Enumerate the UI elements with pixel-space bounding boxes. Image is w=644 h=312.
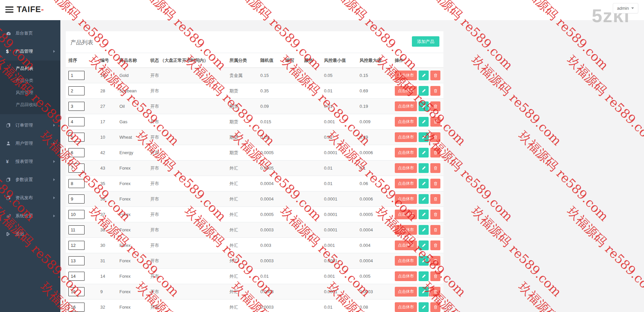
delete-button[interactable] [430, 86, 440, 96]
sidebar-item-orders[interactable]: 订单管理 [0, 116, 60, 134]
sidebar-item-parameters[interactable]: 参数设置 [0, 171, 60, 189]
delete-button[interactable] [430, 117, 440, 127]
sidebar-subitem-product-recycle[interactable]: 产品回收站 [0, 99, 60, 111]
delete-button[interactable] [430, 210, 440, 219]
edit-button[interactable] [419, 148, 429, 158]
sort-input[interactable] [68, 303, 85, 312]
sort-input[interactable] [68, 71, 85, 80]
menu-toggle-icon[interactable] [5, 6, 14, 14]
edit-button[interactable] [419, 179, 429, 188]
delete-button[interactable] [430, 71, 440, 80]
sidebar-subitem-product-category[interactable]: 产品分类 [0, 75, 60, 87]
sort-input[interactable] [68, 210, 85, 219]
sort-input[interactable] [68, 86, 85, 95]
sort-input[interactable] [68, 102, 85, 111]
cell-status: 开市 [148, 253, 227, 269]
sort-input[interactable] [68, 133, 85, 142]
cell-max: 0.08 [357, 300, 392, 312]
edit-button[interactable] [419, 302, 429, 312]
close-market-button[interactable]: 点击休市 [395, 194, 417, 204]
sidebar-item-users[interactable]: 用户管理 [0, 134, 60, 152]
sort-input[interactable] [68, 225, 85, 234]
add-product-button[interactable]: 添加产品 [412, 36, 439, 47]
close-market-button[interactable]: 点击休市 [395, 117, 417, 127]
close-market-button[interactable]: 点击休市 [395, 101, 417, 111]
sidebar-subitem-risk-control[interactable]: 风控管理 [0, 87, 60, 99]
sort-input[interactable] [68, 287, 85, 296]
delete-button[interactable] [430, 287, 440, 297]
delete-button[interactable] [430, 256, 440, 266]
edit-button[interactable] [419, 117, 429, 127]
row-actions: 点击休市 [395, 163, 441, 173]
close-market-button[interactable]: 点击休市 [395, 163, 417, 173]
watermark-text: 玖福源码 re589.com [515, 128, 612, 225]
close-market-button[interactable]: 点击休市 [395, 302, 417, 312]
sidebar-item-logout[interactable]: 退出 [0, 225, 60, 243]
close-market-button[interactable]: 点击休市 [395, 287, 417, 297]
pencil-icon [422, 289, 426, 294]
delete-button[interactable] [430, 225, 440, 235]
sidebar-item-news[interactable]: 资讯发布 [0, 189, 60, 207]
edit-button[interactable] [419, 240, 429, 250]
cell-color [302, 284, 321, 300]
delete-button[interactable] [430, 163, 440, 173]
close-market-button[interactable]: 点击休市 [395, 256, 417, 266]
sort-input[interactable] [68, 194, 85, 204]
delete-button[interactable] [430, 271, 440, 281]
edit-button[interactable] [419, 101, 429, 111]
table-row: 27Oil开市期货0.090.010.19 点击休市 [66, 99, 443, 114]
close-market-button[interactable]: 点击休市 [395, 148, 417, 158]
sidebar-item-label: 后台首页 [15, 30, 33, 36]
edit-button[interactable] [419, 163, 429, 173]
edit-button[interactable] [419, 210, 429, 219]
table-row: 28Soybean开市期货0.350.010.69 点击休市 [66, 83, 443, 99]
delete-button[interactable] [430, 302, 440, 312]
sidebar-item-products[interactable]: $ 产品管理 [0, 42, 60, 60]
sort-input[interactable] [68, 164, 85, 173]
cell-name: Forex [117, 269, 148, 284]
sort-input[interactable] [68, 117, 85, 126]
close-market-button[interactable]: 点击休市 [395, 271, 417, 281]
sort-input[interactable] [68, 179, 85, 188]
sidebar-subitem-product-list[interactable]: 产品列表 [0, 62, 60, 75]
delete-button[interactable] [430, 194, 440, 204]
edit-button[interactable] [419, 287, 429, 297]
edit-button[interactable] [419, 86, 429, 96]
edit-button[interactable] [419, 256, 429, 266]
cell-id: 32 [98, 300, 117, 312]
delete-button[interactable] [430, 101, 440, 111]
edit-button[interactable] [419, 132, 429, 142]
copy-icon [6, 123, 14, 128]
cell-category: 期货 [227, 114, 258, 130]
delete-button[interactable] [430, 240, 440, 250]
cell-status: 开市 [148, 176, 227, 191]
edit-button[interactable] [419, 225, 429, 235]
close-market-button[interactable]: 点击休市 [395, 179, 417, 188]
sort-input[interactable] [68, 272, 85, 281]
user-menu[interactable]: admin [613, 3, 638, 13]
delete-button[interactable] [430, 148, 440, 158]
sort-input[interactable] [68, 256, 85, 265]
close-market-button[interactable]: 点击休市 [395, 132, 417, 142]
sort-input[interactable] [68, 148, 85, 157]
close-market-button[interactable]: 点击休市 [395, 71, 417, 80]
close-market-button[interactable]: 点击休市 [395, 240, 417, 250]
delete-button[interactable] [430, 132, 440, 142]
sidebar-item-reports[interactable]: ¥ 报表管理 [0, 152, 60, 171]
close-market-button[interactable]: 点击休市 [395, 225, 417, 235]
table-row: 13Gold开市贵金属0.150.050.15 点击休市 [66, 68, 443, 83]
close-market-button[interactable]: 点击休市 [395, 210, 417, 219]
cell-color [302, 253, 321, 269]
col-random: 随机值 [258, 53, 283, 68]
delete-button[interactable] [430, 179, 440, 188]
cell-abbr [283, 114, 302, 130]
sidebar-item-system[interactable]: 系统设置 [0, 207, 60, 225]
edit-button[interactable] [419, 271, 429, 281]
pencil-icon [422, 104, 426, 108]
close-market-button[interactable]: 点击休市 [395, 86, 417, 96]
sort-input[interactable] [68, 241, 85, 250]
sidebar-item-dashboard[interactable]: 后台首页 [0, 24, 60, 42]
cell-category: 外汇 [227, 238, 258, 253]
edit-button[interactable] [419, 71, 429, 80]
edit-button[interactable] [419, 194, 429, 204]
